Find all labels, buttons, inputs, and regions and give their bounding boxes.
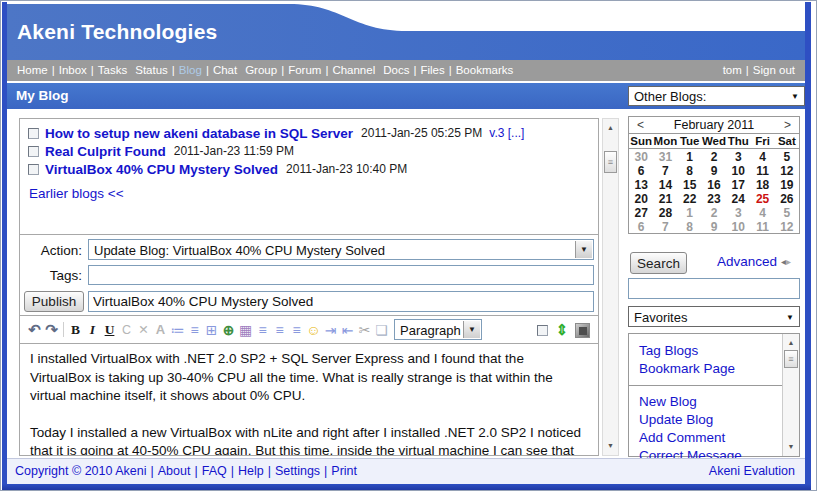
tag-blogs-link[interactable]: Tag Blogs	[639, 342, 782, 360]
scroll-up-icon[interactable]: ▲	[603, 121, 618, 135]
earlier-blogs-link[interactable]: Earlier blogs <<	[29, 186, 124, 201]
calendar-date[interactable]: 10	[726, 164, 750, 178]
nav-item-forum[interactable]: Forum	[288, 64, 321, 76]
smiley-icon[interactable]: ☺	[305, 317, 322, 343]
calendar-date[interactable]: 5	[775, 206, 799, 220]
calendar-date[interactable]: 22	[678, 192, 702, 206]
blog-version-link[interactable]: v.3 [...]	[489, 126, 524, 140]
calendar-date[interactable]: 27	[629, 206, 653, 220]
italic-icon[interactable]: I	[84, 317, 101, 343]
calendar-date[interactable]: 12	[775, 164, 799, 178]
calendar-date[interactable]: 21	[653, 192, 677, 206]
calendar-date[interactable]: 11	[750, 164, 774, 178]
strikethrough-icon[interactable]: ✕	[135, 317, 152, 343]
nav-item-files[interactable]: Files	[420, 64, 444, 76]
update-blog-link[interactable]: Update Blog	[639, 411, 782, 429]
calendar-date[interactable]: 18	[750, 178, 774, 192]
calendar-date[interactable]: 6	[629, 164, 653, 178]
calendar-date[interactable]: 8	[678, 164, 702, 178]
calendar-date[interactable]: 11	[750, 220, 774, 234]
add-comment-link[interactable]: Add Comment	[639, 429, 782, 447]
calendar-date[interactable]: 13	[629, 178, 653, 192]
bookmark-page-link[interactable]: Bookmark Page	[639, 360, 782, 378]
scroll-up-icon[interactable]: ▲	[783, 336, 799, 350]
calendar-date[interactable]: 20	[629, 192, 653, 206]
calendar-date[interactable]: 31	[653, 150, 677, 164]
scroll-down-icon[interactable]: ▼	[783, 440, 799, 454]
calendar-date[interactable]: 24	[726, 192, 750, 206]
faq-link[interactable]: FAQ	[202, 464, 227, 478]
calendar-date[interactable]: 1	[678, 150, 702, 164]
nav-item-bookmarks[interactable]: Bookmarks	[456, 64, 514, 76]
copy-icon[interactable]: ❏	[373, 317, 390, 343]
calendar-date[interactable]: 15	[678, 178, 702, 192]
nav-item-chat[interactable]: Chat	[213, 64, 237, 76]
calendar-date[interactable]: 2	[702, 150, 726, 164]
calendar-date[interactable]: 19	[775, 178, 799, 192]
other-blogs-select[interactable]: Other Blogs: ▼	[628, 86, 805, 106]
fullscreen-icon[interactable]	[575, 323, 590, 338]
calendar-date[interactable]: 12	[775, 220, 799, 234]
paragraph-marks-icon[interactable]: ≡	[254, 317, 271, 343]
nav-item-tasks[interactable]: Tasks	[98, 64, 127, 76]
calendar-prev-icon[interactable]: <	[637, 118, 644, 132]
font-color-icon[interactable]: A	[152, 317, 169, 343]
calendar-date[interactable]: 14	[653, 178, 677, 192]
copyright-link[interactable]: Copyright © 2010 Akeni	[15, 464, 147, 478]
calendar-date[interactable]: 2	[702, 206, 726, 220]
bold-icon[interactable]: B	[67, 317, 84, 343]
about-link[interactable]: About	[158, 464, 191, 478]
nav-item-group[interactable]: Group	[245, 64, 277, 76]
bullet-list-icon[interactable]: ≡	[186, 317, 203, 343]
search-button[interactable]: Search	[630, 252, 687, 274]
calendar-date[interactable]: 5	[775, 150, 799, 164]
align-center-icon[interactable]: ≡	[271, 317, 288, 343]
tags-input[interactable]	[88, 265, 594, 285]
search-input[interactable]	[628, 278, 800, 299]
calendar-next-icon[interactable]: >	[784, 118, 791, 132]
signout-link[interactable]: Sign out	[753, 64, 795, 76]
blog-title-input[interactable]	[88, 291, 594, 312]
action-select[interactable]: Update Blog: VirtualBox 40% CPU Mystery …	[88, 239, 594, 260]
scrollbar-thumb[interactable]: ≡	[784, 350, 798, 368]
blog-checkbox[interactable]	[28, 164, 39, 175]
underline-icon[interactable]: U	[101, 317, 118, 343]
calendar-date[interactable]: 23	[702, 192, 726, 206]
insert-table-icon[interactable]: ⊞	[203, 317, 220, 343]
calendar-date[interactable]: 8	[678, 220, 702, 234]
calendar-date[interactable]: 7	[653, 164, 677, 178]
nav-item-blog[interactable]: Blog	[179, 64, 202, 76]
advanced-search-link[interactable]: Advanced	[717, 254, 777, 269]
nav-item-docs[interactable]: Docs	[383, 64, 409, 76]
calendar-date[interactable]: 6	[629, 220, 653, 234]
new-blog-link[interactable]: New Blog	[639, 393, 782, 411]
calendar-date[interactable]: 28	[653, 206, 677, 220]
calendar-date[interactable]: 3	[726, 206, 750, 220]
nav-item-inbox[interactable]: Inbox	[59, 64, 87, 76]
favorites-select[interactable]: Favorites ▼	[628, 306, 800, 327]
indent-icon[interactable]: ⇥	[322, 317, 339, 343]
calendar-date[interactable]: 3	[726, 150, 750, 164]
blog-title-link[interactable]: How to setup new akeni database in SQL S…	[45, 126, 353, 141]
numbered-list-icon[interactable]: ≔	[169, 317, 186, 343]
clear-format-icon[interactable]: C	[118, 317, 135, 343]
insert-image-icon[interactable]: ▦	[237, 317, 254, 343]
blog-checkbox[interactable]	[28, 146, 39, 157]
undo-icon[interactable]: ↶	[26, 317, 43, 343]
calendar-date[interactable]: 4	[750, 150, 774, 164]
blog-title-link[interactable]: Real Culprit Found	[45, 144, 166, 159]
calendar-date[interactable]: 4	[750, 206, 774, 220]
calendar-date[interactable]: 16	[702, 178, 726, 192]
calendar-date[interactable]: 17	[726, 178, 750, 192]
scroll-down-icon[interactable]: ▼	[603, 439, 618, 453]
align-right-icon[interactable]: ≡	[288, 317, 305, 343]
main-scrollbar[interactable]: ▲ ≡ ▼	[602, 118, 619, 456]
editor-content[interactable]: I installed VirtualBox with .NET 2.0 SP2…	[20, 343, 598, 455]
calendar-date[interactable]: 9	[702, 220, 726, 234]
cut-icon[interactable]: ✂	[356, 317, 373, 343]
advanced-toggle-icon[interactable]: ◂▸	[781, 256, 791, 267]
calendar-date[interactable]: 10	[726, 220, 750, 234]
nav-item-channel[interactable]: Channel	[332, 64, 375, 76]
scrollbar-thumb[interactable]: ≡	[604, 151, 617, 173]
calendar-date[interactable]: 7	[653, 220, 677, 234]
